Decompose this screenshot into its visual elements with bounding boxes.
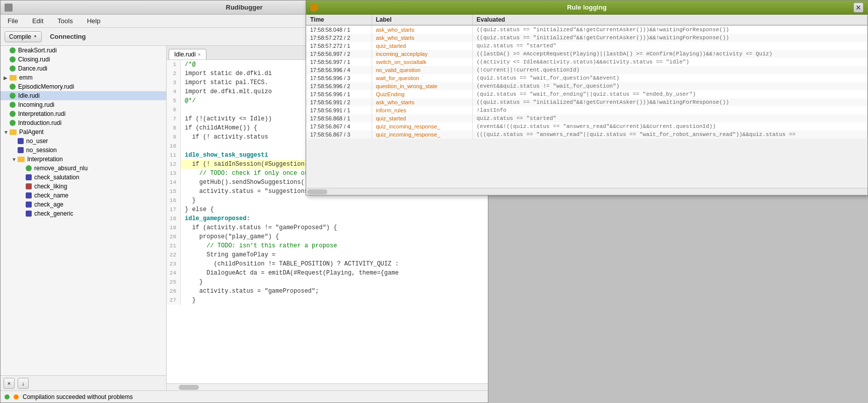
table-row: 17:58:56.868 / 1quiz_startedquiz.status … [306, 114, 867, 122]
cell-evaluated: (event&&quiz.status != "wait_for_questio… [472, 82, 867, 90]
line-number: 14 [167, 178, 181, 187]
sidebar-scroll[interactable]: BreakSort.rudiClosing.rudiDance.rudi▶emm… [1, 46, 166, 375]
sidebar-item[interactable]: remove_absurd_nlu [1, 164, 166, 173]
tree-item-label: check_name [34, 192, 68, 199]
code-line: 22 String gameToPlay = [167, 250, 488, 259]
rl-scroll-thumb[interactable] [307, 189, 327, 194]
sidebar-item[interactable]: check_age [1, 200, 166, 209]
menu-edit[interactable]: Edit [29, 16, 46, 26]
rl-scrollbar[interactable] [306, 188, 867, 195]
sidebar-item[interactable]: check_generic [1, 209, 166, 218]
sidebar-item[interactable]: Dance.rudi [1, 64, 166, 73]
sidebar-item[interactable]: Closing.rudi [1, 55, 166, 64]
sidebar-item[interactable]: ▼PalAgent [1, 127, 166, 137]
cell-label: question_in_wrong_state [372, 82, 472, 90]
cell-evaluated: (quiz.status == "wait_for_question"&&eve… [472, 74, 867, 82]
file-icon [10, 65, 16, 72]
tree-item-label: Dance.rudi [18, 65, 47, 72]
code-line: 23 (childPosition != TABLE_POSITION) ? A… [167, 259, 488, 268]
line-number: 26 [167, 287, 181, 296]
tree-item-label: Incoming.rudi [18, 101, 54, 108]
tree-item-label: PalAgent [19, 128, 44, 136]
line-content: if (activity.status != "gameProposed") { [181, 223, 488, 232]
cell-evaluated: (quiz.status == "wait_for_ending"||quiz.… [472, 90, 867, 98]
menu-tools[interactable]: Tools [54, 16, 76, 26]
tree-item-label: emm [19, 74, 33, 81]
tab-close-icon[interactable]: × [198, 52, 201, 57]
cell-evaluated: ((lastDA() >= #AcceptRequest(Playing)||l… [472, 50, 867, 58]
code-line: 26 activity.status = "gameProposed"; [167, 287, 488, 296]
rl-title-bar: Rule logging ✕ [306, 1, 867, 15]
sidebar: BreakSort.rudiClosing.rudiDance.rudi▶emm… [1, 46, 167, 390]
line-number: 6 [167, 105, 181, 114]
cell-time: 17:58:56.991 / 1 [306, 106, 372, 114]
sidebar-item[interactable]: Idle.rudi [1, 91, 166, 100]
expand-arrow: ▶ [4, 75, 10, 81]
tab-label: Idle.rudi [174, 51, 196, 58]
sidebar-item[interactable]: check_salutation [1, 173, 166, 182]
col-time: Time [306, 15, 372, 25]
sidebar-item[interactable]: ▼Interpretation [1, 155, 166, 164]
cell-label: ask_who_starts [372, 98, 472, 106]
sidebar-btn-1[interactable]: × [4, 378, 15, 389]
sidebar-item[interactable]: no_session [1, 146, 166, 155]
status-dot [5, 394, 10, 399]
table-row: 17:58:58.048 / 1ask_who_starts((quiz.sta… [306, 25, 867, 34]
app-icon [5, 4, 13, 12]
table-row: 17:58:56.867 / 3quiz_incoming_response_(… [306, 130, 867, 139]
rule-table[interactable]: Time Label Evaluated 17:58:58.048 / 1ask… [306, 15, 867, 188]
tree-item-label: no_session [26, 147, 57, 154]
code-line: 16 } [167, 196, 488, 205]
cell-time: 17:58:56.868 / 1 [306, 114, 372, 122]
line-number: 10 [167, 142, 181, 151]
sidebar-item[interactable]: BreakSort.rudi [1, 46, 166, 55]
file-icon [26, 211, 32, 217]
cell-time: 17:58:56.996 / 1 [306, 90, 372, 98]
line-number: 17 [167, 205, 181, 214]
line-number: 21 [167, 241, 181, 250]
sidebar-item[interactable]: check_liking [1, 182, 166, 191]
code-line: 25 } [167, 278, 488, 287]
rule-logging-window: Rule logging ✕ Time Label Evaluated 17:5… [306, 0, 868, 195]
window-title: Rudibugger [226, 4, 263, 11]
line-content: propose("play_game") { [181, 232, 488, 241]
file-icon [26, 165, 32, 171]
menu-help[interactable]: Help [84, 16, 104, 26]
compile-dropdown-arrow[interactable]: ▼ [33, 34, 37, 39]
table-row: 17:58:57.272 / 1quiz_startedquiz.status … [306, 42, 867, 50]
file-icon [26, 183, 32, 189]
line-number: 18 [167, 214, 181, 223]
cell-evaluated: ((activity <= Idle&&activity.status)&&ac… [472, 58, 867, 66]
editor-tab-idle-rudi[interactable]: Idle.rudi × [169, 49, 206, 59]
line-content: } [181, 196, 488, 205]
sidebar-item[interactable]: no_user [1, 137, 166, 146]
sidebar-item[interactable]: ▶emm [1, 73, 166, 82]
table-row: 17:58:56.996 / 2question_in_wrong_state(… [306, 82, 867, 90]
line-number: 2 [167, 69, 181, 78]
sidebar-btn-2[interactable]: ↓ [18, 378, 29, 389]
status-bar: Compilation succeeded without problems [1, 390, 488, 402]
menu-file[interactable]: File [5, 16, 21, 26]
tree-item-label: BreakSort.rudi [18, 47, 57, 54]
cell-label: quiz_started [372, 42, 472, 50]
line-number: 16 [167, 196, 181, 205]
cell-time: 17:58:56.867 / 4 [306, 122, 372, 130]
line-content: idle_gameproposed: [181, 214, 488, 223]
sidebar-item[interactable]: Incoming.rudi [1, 100, 166, 109]
connecting-status: Connecting [46, 31, 90, 42]
line-number: 9 [167, 132, 181, 142]
sidebar-item[interactable]: EpisodicMemory.rudi [1, 82, 166, 91]
cell-label: switch_on_socialtalk [372, 58, 472, 66]
line-number: 15 [167, 187, 181, 196]
sidebar-item[interactable]: check_name [1, 191, 166, 200]
editor-horizontal-scrollbar[interactable] [167, 383, 488, 390]
rl-close-button[interactable]: ✕ [853, 3, 863, 13]
compile-button[interactable]: Compile ▼ [5, 31, 42, 42]
h-scroll-thumb[interactable] [179, 385, 199, 390]
line-content: // TODO: isn't this rather a propose [181, 241, 488, 250]
line-number: 12 [167, 160, 181, 169]
tree-item-label: no_user [26, 138, 48, 145]
line-number: 22 [167, 250, 181, 259]
sidebar-item[interactable]: Interpretation.rudi [1, 109, 166, 118]
sidebar-item[interactable]: Introduction.rudi [1, 118, 166, 127]
